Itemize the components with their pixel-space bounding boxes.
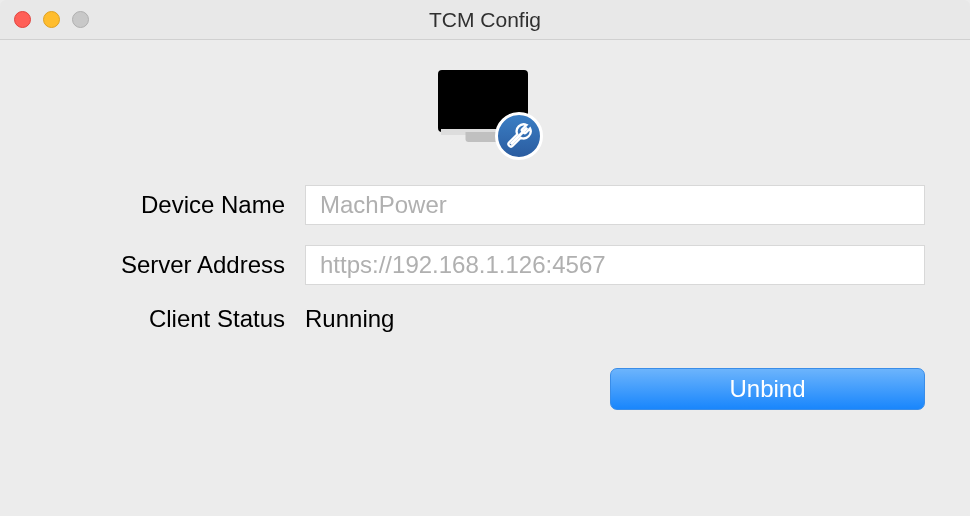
button-row: Unbind <box>45 368 925 410</box>
client-status-row: Client Status Running <box>45 305 925 333</box>
device-name-row: Device Name <box>45 185 925 225</box>
minimize-window-button[interactable] <box>43 11 60 28</box>
close-window-button[interactable] <box>14 11 31 28</box>
server-address-label: Server Address <box>45 251 305 279</box>
server-address-row: Server Address <box>45 245 925 285</box>
app-window: TCM Config Device Name Server Address <box>0 0 970 516</box>
computer-tools-icon <box>438 70 533 155</box>
content-area: Device Name Server Address Client Status… <box>0 40 970 440</box>
device-name-input[interactable] <box>305 185 925 225</box>
server-address-input[interactable] <box>305 245 925 285</box>
maximize-window-button <box>72 11 89 28</box>
titlebar: TCM Config <box>0 0 970 40</box>
app-icon-container <box>45 70 925 155</box>
client-status-value: Running <box>305 305 394 333</box>
traffic-lights <box>0 11 89 28</box>
unbind-button[interactable]: Unbind <box>610 368 925 410</box>
device-name-label: Device Name <box>45 191 305 219</box>
client-status-label: Client Status <box>45 305 305 333</box>
tools-badge-icon <box>495 112 543 160</box>
window-title: TCM Config <box>429 8 541 32</box>
svg-line-0 <box>510 128 526 144</box>
